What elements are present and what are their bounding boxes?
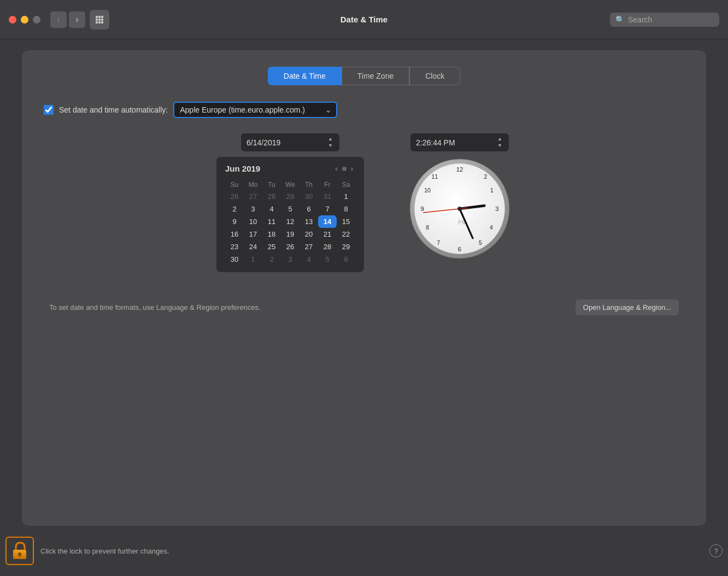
search-input[interactable]	[628, 15, 714, 24]
svg-text:1: 1	[490, 187, 494, 193]
help-button[interactable]: ?	[709, 544, 723, 557]
date-decrement[interactable]: ▼	[327, 143, 334, 149]
server-select-wrapper: Apple Europe (time.euro.apple.com.)	[173, 102, 337, 118]
svg-rect-3	[96, 19, 98, 21]
calendar-day[interactable]: 15	[337, 215, 355, 228]
cal-nav-dot	[342, 167, 347, 171]
calendar-day[interactable]: 6	[337, 253, 355, 266]
tab-date-time[interactable]: Date & Time	[268, 67, 342, 85]
svg-rect-5	[101, 19, 103, 21]
calendar-day[interactable]: 8	[337, 203, 355, 215]
calendar-day[interactable]: 26	[225, 190, 244, 203]
calendar-day[interactable]: 7	[318, 203, 337, 215]
calendar-day[interactable]: 12	[281, 215, 300, 228]
calendar-day[interactable]: 3	[244, 203, 262, 215]
cal-prev-button[interactable]: ‹	[333, 163, 339, 174]
open-language-region-button[interactable]: Open Language & Region...	[576, 299, 679, 315]
calendar-day[interactable]: 5	[281, 203, 300, 215]
back-button[interactable]: ‹	[50, 11, 67, 28]
calendar-day[interactable]: 25	[262, 240, 281, 253]
calendar-day[interactable]: 10	[244, 215, 262, 228]
autoset-label: Set date and time automatically:	[59, 105, 168, 114]
calendar-day[interactable]: 5	[318, 253, 337, 266]
calendar-day[interactable]: 19	[281, 228, 300, 240]
calendar-day[interactable]: 14	[318, 215, 337, 228]
time-input-row: 2:26:44 PM ▲ ▼	[410, 133, 509, 151]
calendar-day[interactable]: 4	[262, 203, 281, 215]
calendar-day[interactable]: 16	[225, 228, 244, 240]
cal-header-we: We	[281, 179, 300, 190]
svg-rect-2	[101, 16, 103, 18]
maximize-button[interactable]	[33, 16, 40, 23]
close-button[interactable]	[9, 16, 16, 23]
tab-clock[interactable]: Clock	[409, 67, 460, 85]
date-clock-row: 6/14/2019 ▲ ▼ Jun 2019 ‹ ›	[44, 133, 684, 272]
cal-header-fr: Fr	[318, 179, 337, 190]
calendar-day[interactable]: 27	[244, 190, 262, 203]
calendar-day[interactable]: 29	[281, 190, 300, 203]
server-select[interactable]: Apple Europe (time.euro.apple.com.)	[173, 102, 337, 118]
calendar-grid: Su Mo Tu We Th Fr Sa 2627282930311234567…	[225, 179, 355, 266]
grid-button[interactable]	[90, 10, 109, 30]
calendar-day[interactable]: 13	[300, 215, 318, 228]
search-bar[interactable]: 🔍	[610, 13, 719, 27]
calendar-day[interactable]: 30	[225, 253, 244, 266]
lock-button[interactable]	[5, 537, 34, 565]
calendar-day[interactable]: 21	[318, 228, 337, 240]
calendar-header: Jun 2019 ‹ ›	[225, 163, 355, 174]
calendar-day[interactable]: 1	[337, 190, 355, 203]
tab-time-zone[interactable]: Time Zone	[342, 67, 409, 85]
svg-text:10: 10	[424, 187, 431, 193]
cal-header-tu: Tu	[262, 179, 281, 190]
time-increment[interactable]: ▲	[496, 136, 503, 142]
date-value: 6/14/2019	[246, 138, 280, 147]
calendar-day[interactable]: 9	[225, 215, 244, 228]
lock-icon	[11, 542, 28, 560]
lock-bar: Click the lock to prevent further change…	[0, 537, 728, 565]
svg-rect-31	[19, 555, 21, 557]
calendar-day[interactable]: 30	[300, 190, 318, 203]
calendar-day[interactable]: 4	[300, 253, 318, 266]
calendar-day[interactable]: 17	[244, 228, 262, 240]
calendar-day[interactable]: 27	[300, 240, 318, 253]
lock-label: Click the lock to prevent further change…	[40, 547, 169, 555]
calendar-day[interactable]: 29	[337, 240, 355, 253]
minimize-button[interactable]	[21, 16, 28, 23]
calendar-day[interactable]: 23	[225, 240, 244, 253]
forward-button[interactable]: ›	[69, 11, 85, 28]
svg-text:6: 6	[458, 246, 461, 252]
window-title: Date & Time	[340, 15, 388, 24]
calendar-day[interactable]: 11	[262, 215, 281, 228]
calendar: Jun 2019 ‹ › Su Mo Tu We Th	[216, 157, 364, 272]
calendar-day[interactable]: 18	[262, 228, 281, 240]
calendar-day[interactable]: 24	[244, 240, 262, 253]
cal-next-button[interactable]: ›	[349, 163, 355, 174]
date-increment[interactable]: ▲	[327, 136, 334, 142]
calendar-day[interactable]: 3	[281, 253, 300, 266]
clock-section: 2:26:44 PM ▲ ▼	[408, 133, 512, 261]
search-icon: 🔍	[615, 15, 625, 24]
analog-clock: 12 3 6 9 2 1 4 5 7 8 10 11 PM	[408, 157, 512, 261]
calendar-day[interactable]: 2	[262, 253, 281, 266]
svg-text:3: 3	[495, 205, 498, 212]
titlebar: ‹ › Date & Time 🔍	[0, 0, 728, 39]
calendar-day[interactable]: 6	[300, 203, 318, 215]
window-controls	[9, 16, 40, 23]
nav-buttons: ‹ ›	[50, 11, 85, 28]
svg-text:12: 12	[456, 166, 463, 173]
svg-rect-7	[98, 21, 101, 23]
calendar-title: Jun 2019	[225, 164, 260, 173]
calendar-day[interactable]: 20	[300, 228, 318, 240]
autoset-row: Set date and time automatically: Apple E…	[44, 102, 684, 118]
svg-text:9: 9	[420, 205, 424, 212]
calendar-day[interactable]: 31	[318, 190, 337, 203]
date-section: 6/14/2019 ▲ ▼ Jun 2019 ‹ ›	[216, 133, 364, 272]
calendar-day[interactable]: 28	[318, 240, 337, 253]
calendar-day[interactable]: 2	[225, 203, 244, 215]
autoset-checkbox[interactable]	[44, 105, 54, 115]
calendar-day[interactable]: 26	[281, 240, 300, 253]
calendar-day[interactable]: 28	[262, 190, 281, 203]
calendar-day[interactable]: 22	[337, 228, 355, 240]
calendar-day[interactable]: 1	[244, 253, 262, 266]
time-decrement[interactable]: ▼	[496, 143, 503, 149]
